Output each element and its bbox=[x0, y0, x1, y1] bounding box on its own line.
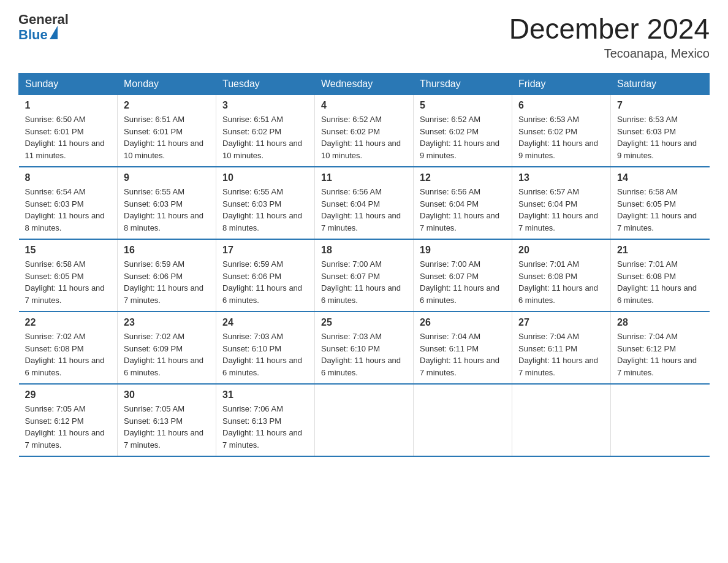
day-cell: 19Sunrise: 7:00 AMSunset: 6:07 PMDayligh… bbox=[414, 239, 512, 312]
calendar-header: SundayMondayTuesdayWednesdayThursdayFrid… bbox=[19, 74, 710, 95]
day-number: 26 bbox=[420, 317, 506, 328]
day-info: Sunrise: 7:03 AMSunset: 6:10 PMDaylight:… bbox=[222, 331, 308, 378]
day-cell: 17Sunrise: 6:59 AMSunset: 6:06 PMDayligh… bbox=[216, 239, 315, 312]
day-number: 7 bbox=[617, 100, 703, 111]
day-cell: 22Sunrise: 7:02 AMSunset: 6:08 PMDayligh… bbox=[19, 312, 118, 384]
day-cell: 3Sunrise: 6:51 AMSunset: 6:02 PMDaylight… bbox=[216, 95, 315, 167]
day-number: 5 bbox=[420, 100, 506, 111]
day-info: Sunrise: 7:04 AMSunset: 6:11 PMDaylight:… bbox=[420, 331, 506, 378]
day-cell: 25Sunrise: 7:03 AMSunset: 6:10 PMDayligh… bbox=[315, 312, 414, 384]
day-info: Sunrise: 7:02 AMSunset: 6:08 PMDaylight:… bbox=[25, 331, 112, 378]
day-number: 17 bbox=[222, 245, 308, 256]
day-cell: 26Sunrise: 7:04 AMSunset: 6:11 PMDayligh… bbox=[414, 312, 512, 384]
day-cell: 7Sunrise: 6:53 AMSunset: 6:03 PMDaylight… bbox=[611, 95, 710, 167]
day-cell: 15Sunrise: 6:58 AMSunset: 6:05 PMDayligh… bbox=[19, 239, 118, 312]
day-info: Sunrise: 7:03 AMSunset: 6:10 PMDaylight:… bbox=[321, 331, 407, 378]
day-number: 3 bbox=[222, 100, 308, 111]
day-number: 6 bbox=[518, 100, 604, 111]
day-cell: 4Sunrise: 6:52 AMSunset: 6:02 PMDaylight… bbox=[315, 95, 414, 167]
day-info: Sunrise: 6:52 AMSunset: 6:02 PMDaylight:… bbox=[420, 113, 506, 161]
day-number: 13 bbox=[518, 172, 604, 183]
day-info: Sunrise: 6:53 AMSunset: 6:03 PMDaylight:… bbox=[617, 113, 703, 161]
week-row-5: 29Sunrise: 7:05 AMSunset: 6:12 PMDayligh… bbox=[19, 384, 710, 456]
day-info: Sunrise: 7:06 AMSunset: 6:13 PMDaylight:… bbox=[222, 403, 308, 451]
day-cell: 5Sunrise: 6:52 AMSunset: 6:02 PMDaylight… bbox=[414, 95, 512, 167]
header-monday: Monday bbox=[118, 74, 216, 95]
day-cell: 30Sunrise: 7:05 AMSunset: 6:13 PMDayligh… bbox=[118, 384, 216, 456]
logo-blue-text: Blue bbox=[18, 28, 48, 42]
day-number: 16 bbox=[124, 245, 210, 256]
day-cell: 28Sunrise: 7:04 AMSunset: 6:12 PMDayligh… bbox=[611, 312, 710, 384]
day-info: Sunrise: 7:04 AMSunset: 6:12 PMDaylight:… bbox=[617, 331, 703, 378]
location-title: Tecoanapa, Mexico bbox=[509, 47, 710, 61]
day-number: 24 bbox=[222, 317, 308, 328]
day-info: Sunrise: 7:04 AMSunset: 6:11 PMDaylight:… bbox=[518, 331, 604, 378]
month-title: December 2024 bbox=[509, 12, 710, 45]
day-cell: 27Sunrise: 7:04 AMSunset: 6:11 PMDayligh… bbox=[512, 312, 611, 384]
logo-general-text: General bbox=[18, 12, 69, 27]
day-info: Sunrise: 6:56 AMSunset: 6:04 PMDaylight:… bbox=[420, 186, 506, 234]
week-row-4: 22Sunrise: 7:02 AMSunset: 6:08 PMDayligh… bbox=[19, 312, 710, 384]
header-wednesday: Wednesday bbox=[315, 74, 414, 95]
day-info: Sunrise: 7:05 AMSunset: 6:13 PMDaylight:… bbox=[124, 403, 210, 451]
day-cell: 23Sunrise: 7:02 AMSunset: 6:09 PMDayligh… bbox=[118, 312, 216, 384]
title-block: December 2024 Tecoanapa, Mexico bbox=[509, 12, 710, 61]
week-row-1: 1Sunrise: 6:50 AMSunset: 6:01 PMDaylight… bbox=[19, 95, 710, 167]
day-cell: 12Sunrise: 6:56 AMSunset: 6:04 PMDayligh… bbox=[414, 167, 512, 239]
day-info: Sunrise: 7:00 AMSunset: 6:07 PMDaylight:… bbox=[321, 258, 407, 306]
day-cell: 11Sunrise: 6:56 AMSunset: 6:04 PMDayligh… bbox=[315, 167, 414, 239]
day-cell: 9Sunrise: 6:55 AMSunset: 6:03 PMDaylight… bbox=[118, 167, 216, 239]
day-info: Sunrise: 6:50 AMSunset: 6:01 PMDaylight:… bbox=[25, 113, 112, 161]
day-info: Sunrise: 7:01 AMSunset: 6:08 PMDaylight:… bbox=[617, 258, 703, 306]
day-number: 9 bbox=[124, 172, 210, 183]
day-number: 8 bbox=[25, 172, 112, 183]
day-number: 19 bbox=[420, 245, 506, 256]
day-cell: 10Sunrise: 6:55 AMSunset: 6:03 PMDayligh… bbox=[216, 167, 315, 239]
day-info: Sunrise: 6:54 AMSunset: 6:03 PMDaylight:… bbox=[25, 186, 112, 234]
day-cell: 29Sunrise: 7:05 AMSunset: 6:12 PMDayligh… bbox=[19, 384, 118, 456]
calendar-table: SundayMondayTuesdayWednesdayThursdayFrid… bbox=[18, 73, 710, 457]
day-info: Sunrise: 6:52 AMSunset: 6:02 PMDaylight:… bbox=[321, 113, 407, 161]
day-cell bbox=[611, 384, 710, 456]
day-number: 23 bbox=[124, 317, 210, 328]
logo-triangle bbox=[50, 26, 58, 39]
day-number: 4 bbox=[321, 100, 407, 111]
day-number: 31 bbox=[222, 389, 308, 400]
day-number: 28 bbox=[617, 317, 703, 328]
day-number: 29 bbox=[25, 389, 112, 400]
day-info: Sunrise: 6:59 AMSunset: 6:06 PMDaylight:… bbox=[124, 258, 210, 306]
day-info: Sunrise: 7:01 AMSunset: 6:08 PMDaylight:… bbox=[518, 258, 604, 306]
day-number: 27 bbox=[518, 317, 604, 328]
day-cell: 6Sunrise: 6:53 AMSunset: 6:02 PMDaylight… bbox=[512, 95, 611, 167]
week-row-2: 8Sunrise: 6:54 AMSunset: 6:03 PMDaylight… bbox=[19, 167, 710, 239]
day-info: Sunrise: 6:56 AMSunset: 6:04 PMDaylight:… bbox=[321, 186, 407, 234]
day-info: Sunrise: 6:59 AMSunset: 6:06 PMDaylight:… bbox=[222, 258, 308, 306]
day-number: 25 bbox=[321, 317, 407, 328]
day-info: Sunrise: 6:51 AMSunset: 6:01 PMDaylight:… bbox=[124, 113, 210, 161]
day-info: Sunrise: 7:00 AMSunset: 6:07 PMDaylight:… bbox=[420, 258, 506, 306]
day-number: 21 bbox=[617, 245, 703, 256]
day-info: Sunrise: 6:55 AMSunset: 6:03 PMDaylight:… bbox=[124, 186, 210, 234]
header-sunday: Sunday bbox=[19, 74, 118, 95]
day-cell: 20Sunrise: 7:01 AMSunset: 6:08 PMDayligh… bbox=[512, 239, 611, 312]
day-info: Sunrise: 7:02 AMSunset: 6:09 PMDaylight:… bbox=[124, 331, 210, 378]
day-number: 22 bbox=[25, 317, 112, 328]
header-saturday: Saturday bbox=[611, 74, 710, 95]
day-info: Sunrise: 6:57 AMSunset: 6:04 PMDaylight:… bbox=[518, 186, 604, 234]
day-number: 2 bbox=[124, 100, 210, 111]
day-cell: 18Sunrise: 7:00 AMSunset: 6:07 PMDayligh… bbox=[315, 239, 414, 312]
day-number: 11 bbox=[321, 172, 407, 183]
day-cell: 8Sunrise: 6:54 AMSunset: 6:03 PMDaylight… bbox=[19, 167, 118, 239]
day-number: 10 bbox=[222, 172, 308, 183]
day-cell: 21Sunrise: 7:01 AMSunset: 6:08 PMDayligh… bbox=[611, 239, 710, 312]
day-number: 14 bbox=[617, 172, 703, 183]
week-row-3: 15Sunrise: 6:58 AMSunset: 6:05 PMDayligh… bbox=[19, 239, 710, 312]
day-info: Sunrise: 6:58 AMSunset: 6:05 PMDaylight:… bbox=[25, 258, 112, 306]
day-cell: 13Sunrise: 6:57 AMSunset: 6:04 PMDayligh… bbox=[512, 167, 611, 239]
day-number: 15 bbox=[25, 245, 112, 256]
day-number: 20 bbox=[518, 245, 604, 256]
day-info: Sunrise: 7:05 AMSunset: 6:12 PMDaylight:… bbox=[25, 403, 112, 451]
day-cell: 14Sunrise: 6:58 AMSunset: 6:05 PMDayligh… bbox=[611, 167, 710, 239]
day-cell: 1Sunrise: 6:50 AMSunset: 6:01 PMDaylight… bbox=[19, 95, 118, 167]
day-info: Sunrise: 6:51 AMSunset: 6:02 PMDaylight:… bbox=[222, 113, 308, 161]
